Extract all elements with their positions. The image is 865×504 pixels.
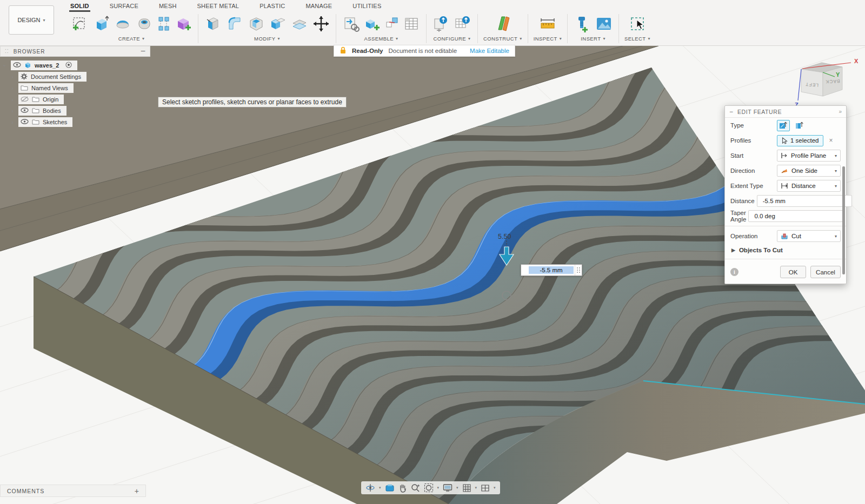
- tab-surface[interactable]: SURFACE: [109, 1, 139, 12]
- dialog-header[interactable]: − EDIT FEATURE »: [725, 106, 846, 118]
- grid-caret-icon[interactable]: ▾: [475, 486, 477, 490]
- visibility-eye-icon[interactable]: [21, 119, 29, 125]
- zoom-icon[interactable]: [411, 483, 420, 493]
- joint-icon[interactable]: [363, 15, 382, 33]
- component-name[interactable]: waves_2: [35, 62, 59, 69]
- view-cube[interactable]: LEFT BACK X Y Z: [790, 49, 865, 111]
- info-icon[interactable]: i: [730, 268, 738, 276]
- offset-face-icon[interactable]: [290, 15, 309, 33]
- group-label-construct[interactable]: CONSTRUCT▾: [483, 36, 522, 42]
- look-at-icon[interactable]: [385, 483, 395, 492]
- browser-header[interactable]: ⁚⁚ BROWSER −: [0, 46, 150, 57]
- tab-utilities[interactable]: UTILITIES: [351, 1, 382, 12]
- type-thin-extrude-button[interactable]: [793, 120, 806, 131]
- item-label[interactable]: Sketches: [43, 119, 67, 125]
- group-label-modify[interactable]: MODIFY▾: [254, 36, 280, 42]
- extent-type-dropdown[interactable]: Distance ▾: [777, 180, 841, 192]
- group-label-configure[interactable]: CONFIGURE▾: [433, 36, 470, 42]
- chevron-right-icon[interactable]: ›: [9, 119, 16, 125]
- browser-row-origin[interactable]: › Origin: [9, 95, 150, 104]
- add-comment-icon[interactable]: +: [135, 487, 139, 495]
- tab-solid[interactable]: SOLID: [69, 1, 90, 12]
- group-label-insert[interactable]: INSERT▾: [581, 36, 606, 42]
- construct-plane-icon[interactable]: [494, 15, 512, 33]
- browser-row-root[interactable]: › waves_2: [1, 61, 150, 70]
- direction-dropdown[interactable]: One Side ▾: [777, 165, 841, 177]
- design-workspace-button[interactable]: DESIGN ▾: [9, 5, 54, 35]
- distance-value-input[interactable]: -5.5 mm: [521, 264, 582, 276]
- type-extrude-button[interactable]: [777, 120, 790, 131]
- visibility-eye-icon[interactable]: [13, 62, 21, 69]
- fit-icon[interactable]: [424, 483, 434, 493]
- group-label-assemble[interactable]: ASSEMBLE▾: [364, 36, 398, 42]
- tab-mesh[interactable]: MESH: [158, 1, 178, 12]
- create-sketch-icon[interactable]: [70, 15, 89, 33]
- chevron-right-icon[interactable]: ›: [9, 85, 16, 91]
- browser-row-named-views[interactable]: › Named Views: [9, 83, 150, 93]
- browser-row-document-settings[interactable]: › Document Settings: [9, 72, 150, 82]
- item-label[interactable]: Origin: [43, 96, 58, 103]
- press-pull-icon[interactable]: [204, 15, 222, 33]
- group-label-create[interactable]: CREATE▾: [118, 36, 145, 42]
- shell-icon[interactable]: [247, 15, 265, 33]
- group-label-select[interactable]: SELECT▾: [624, 36, 650, 42]
- new-component-icon[interactable]: [342, 15, 360, 33]
- viewports-icon[interactable]: [481, 484, 490, 492]
- chevron-right-icon[interactable]: ›: [9, 74, 16, 80]
- extrude-icon[interactable]: [92, 15, 110, 33]
- measure-icon[interactable]: [538, 15, 557, 33]
- fit-caret-icon[interactable]: ▾: [437, 486, 440, 490]
- activate-radio-icon[interactable]: [65, 62, 72, 69]
- visibility-eye-icon[interactable]: [21, 107, 29, 114]
- cancel-button[interactable]: Cancel: [810, 266, 841, 278]
- fillet-icon[interactable]: [225, 15, 244, 33]
- display-settings-icon[interactable]: [443, 483, 453, 492]
- motion-study-icon[interactable]: [402, 15, 421, 33]
- pattern-icon[interactable]: [157, 15, 171, 33]
- distance-value-text[interactable]: -5.5 mm: [529, 266, 574, 274]
- display-caret-icon[interactable]: ▾: [456, 486, 458, 490]
- start-dropdown[interactable]: Profile Plane ▾: [777, 150, 841, 162]
- drag-grip-icon[interactable]: ⁚⁚: [5, 49, 9, 54]
- pin-dialog-icon[interactable]: »: [839, 109, 842, 115]
- configuration-table-icon[interactable]: [454, 15, 472, 33]
- configure-icon[interactable]: [432, 15, 450, 33]
- viewports-caret-icon[interactable]: ▾: [494, 486, 496, 490]
- item-label[interactable]: Bodies: [43, 107, 61, 114]
- collapse-panel-button[interactable]: −: [141, 46, 145, 56]
- ok-button[interactable]: OK: [780, 266, 806, 278]
- collapse-dialog-icon[interactable]: −: [729, 108, 733, 116]
- grid-snaps-icon[interactable]: [462, 483, 471, 493]
- chevron-down-icon[interactable]: ›: [1, 63, 9, 69]
- revolve-icon[interactable]: [114, 15, 132, 33]
- profiles-selection-chip[interactable]: 1 selected: [777, 135, 823, 146]
- pan-icon[interactable]: [398, 483, 407, 493]
- tab-manage[interactable]: MANAGE: [304, 1, 333, 12]
- operation-dropdown[interactable]: Cut ▾: [777, 230, 841, 242]
- orbit-caret-icon[interactable]: ▾: [379, 486, 381, 490]
- distance-field[interactable]: [757, 195, 852, 207]
- make-editable-link[interactable]: Make Editable: [470, 48, 509, 54]
- clear-selection-icon[interactable]: ×: [829, 137, 833, 144]
- canvas-image-icon[interactable]: [595, 15, 613, 33]
- item-label[interactable]: Document Settings: [31, 73, 81, 80]
- hole-icon[interactable]: [135, 15, 154, 33]
- tab-sheet-metal[interactable]: SHEET METAL: [196, 1, 241, 12]
- visibility-off-icon[interactable]: [21, 96, 29, 103]
- drag-handle-icon[interactable]: [575, 265, 582, 275]
- insert-fastener-icon[interactable]: [573, 15, 591, 33]
- browser-row-sketches[interactable]: › Sketches: [9, 117, 150, 127]
- move-icon[interactable]: [312, 15, 330, 33]
- orbit-icon[interactable]: [365, 483, 375, 493]
- group-label-inspect[interactable]: INSPECT▾: [534, 36, 562, 42]
- taper-angle-field[interactable]: [748, 210, 843, 222]
- browser-row-bodies[interactable]: › Bodies: [9, 106, 150, 116]
- chevron-right-icon[interactable]: ›: [9, 97, 16, 103]
- objects-to-cut-expander[interactable]: ▶ Objects To Cut: [725, 244, 846, 257]
- dialog-scrollbar[interactable]: [842, 166, 845, 274]
- tab-plastic[interactable]: PLASTIC: [258, 1, 286, 12]
- comments-bar[interactable]: COMMENTS +: [0, 485, 146, 497]
- item-label[interactable]: Named Views: [31, 85, 68, 91]
- chevron-right-icon[interactable]: ›: [9, 108, 16, 114]
- primitive-box-icon[interactable]: [174, 15, 192, 33]
